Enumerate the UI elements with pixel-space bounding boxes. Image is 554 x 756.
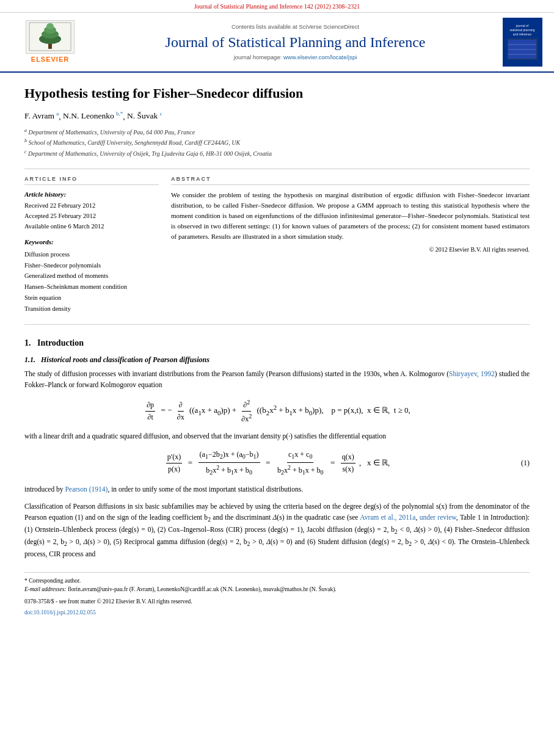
journal-thumb-area: journal of statistical planning and infe… xyxy=(498,18,547,67)
keyword-3: Generalized method of moments xyxy=(24,271,159,282)
body-text-after-eq1: with a linear drift and a quadratic squa… xyxy=(24,431,530,442)
author-3-sup: c xyxy=(160,111,162,117)
fokker-planck-equation: ∂p ∂t = − ∂ ∂x ((a1x + a0)p) + ∂2 ∂x2 ((… xyxy=(24,398,530,424)
article-history: Article history: Received 22 February 20… xyxy=(24,190,159,232)
emails-label-text: E-mail addresses: xyxy=(24,586,67,592)
equation-content-2: p′(x) p(x) = (a1−2b2)x + (a0−b1) b2x2 + … xyxy=(164,449,390,477)
body-para-1: The study of diffusion processes with in… xyxy=(24,369,530,391)
journal-header: ELSEVIER Contents lists available at Sci… xyxy=(0,13,554,73)
journal-title: Journal of Statistical Planning and Infe… xyxy=(93,34,498,51)
affiliation-b: b School of Mathematics, Cardiff Univers… xyxy=(24,137,530,148)
affiliation-a: a Department of Mathematics, University … xyxy=(24,127,530,137)
article-info-label: Article Info xyxy=(24,175,159,185)
subsection-1-1-title: 1.1. Historical roots and classification… xyxy=(24,355,530,365)
keyword-5: Stein equation xyxy=(24,293,159,303)
abstract-label: Abstract xyxy=(171,175,530,185)
article-title: Hypothesis testing for Fisher–Snedecor d… xyxy=(24,85,530,103)
c-frac: c1x + c0 b2x2 + b1x + b0 xyxy=(276,449,325,477)
journal-reference: Journal of Statistical Planning and Infe… xyxy=(194,3,360,10)
thumb-svg xyxy=(507,38,538,60)
elsevier-text: ELSEVIER xyxy=(31,55,69,64)
subsection-1-1-text: Historical roots and classification of P… xyxy=(41,355,210,364)
online-date: Available online 6 March 2012 xyxy=(24,222,159,232)
avram-link[interactable]: Avram et al., 2011a xyxy=(360,514,415,521)
copyright-line: © 2012 Elsevier B.V. All rights reserved… xyxy=(171,245,530,254)
keywords-title: Keywords: xyxy=(24,238,159,247)
section-1-title: Introduction xyxy=(37,338,84,347)
history-title: Article history: xyxy=(24,190,159,199)
article-info-col: Article Info Article history: Received 2… xyxy=(24,175,159,314)
body-para-2: Classification of Pearson diffusions in … xyxy=(24,501,530,560)
abstract-col: Abstract We consider the problem of test… xyxy=(171,175,530,314)
two-col-section: Article Info Article history: Received 2… xyxy=(24,175,530,314)
elsevier-logo: ELSEVIER xyxy=(7,20,93,64)
journal-homepage: journal homepage: www.elsevier.com/locat… xyxy=(93,53,498,61)
elsevier-tree-svg xyxy=(29,22,71,51)
equation-number-1: (1) xyxy=(521,458,530,468)
author-3: N. Šuvak c xyxy=(127,111,162,120)
corresponding-label: * Corresponding author. xyxy=(24,578,81,584)
author-2-sup: b,* xyxy=(116,111,123,117)
journal-header-center: Contents lists available at SciVerse Sci… xyxy=(93,23,498,61)
elsevier-logo-section: ELSEVIER xyxy=(7,20,93,64)
sciverse-line: Contents lists available at SciVerse Sci… xyxy=(93,23,498,31)
sciverse-prefix: Contents lists available at SciVerse Sci… xyxy=(231,23,359,30)
keyword-2: Fisher–Snedecor polynomials xyxy=(24,260,159,271)
partial2-x2: ∂2 ∂x2 xyxy=(240,398,253,424)
issn-text: 0378-3758/$ - see front matter © 2012 El… xyxy=(24,598,192,605)
section-1-number: 1. xyxy=(24,338,31,347)
a-frac: (a1−2b2)x + (a0−b1) b2x2 + b1x + b0 xyxy=(199,449,260,477)
thumb-line3: and inference xyxy=(507,32,538,37)
thumb-text: journal of statistical planning and infe… xyxy=(507,24,538,61)
invariant-density-equation: p′(x) p(x) = (a1−2b2)x + (a0−b1) b2x2 + … xyxy=(24,449,530,477)
svg-rect-8 xyxy=(508,40,536,59)
homepage-link[interactable]: www.elsevier.com/locate/jspi xyxy=(283,54,357,60)
footnote-corresponding: * Corresponding author. xyxy=(24,576,530,585)
footer-divider xyxy=(24,572,530,573)
keyword-1: Diffusion process xyxy=(24,249,159,260)
author-1: F. Avram a xyxy=(24,111,59,120)
divider-1 xyxy=(24,169,530,169)
elsevier-logo-box xyxy=(26,20,75,54)
top-bar: Journal of Statistical Planning and Infe… xyxy=(0,0,554,13)
keywords-section: Keywords: Diffusion process Fisher–Snede… xyxy=(24,238,159,314)
q-over-s: q(x) s(x) xyxy=(341,452,355,474)
partial-x: ∂ ∂x xyxy=(176,400,186,423)
doi-line: doi:10.1016/j.jspi.2012.02.055 xyxy=(24,609,530,617)
pprime-over-p: p′(x) p(x) xyxy=(166,452,183,474)
issn-line: 0378-3758/$ - see front matter © 2012 El… xyxy=(24,597,530,606)
partial-p-t: ∂p ∂t xyxy=(145,400,155,423)
keywords-list: Diffusion process Fisher–Snedecor polyno… xyxy=(24,249,159,314)
shiryayev-link[interactable]: Shiryayev, 1992 xyxy=(449,370,495,377)
keyword-4: Hansen–Scheinkman moment condition xyxy=(24,282,159,293)
thumb-line1: journal of xyxy=(507,24,538,28)
keyword-6: Transition density xyxy=(24,303,159,314)
author-1-sup: a xyxy=(56,111,59,117)
abstract-text: We consider the problem of testing the h… xyxy=(171,190,530,242)
main-content: Hypothesis testing for Fisher–Snedecor d… xyxy=(0,73,554,629)
author-2: N.N. Leonenko b,* xyxy=(63,111,123,120)
divider-2 xyxy=(24,324,530,325)
affiliation-c: c Department of Mathematics, University … xyxy=(24,148,530,159)
homepage-label: journal homepage: xyxy=(234,54,282,60)
footnote-emails: E-mail addresses: florin.avram@univ-pau.… xyxy=(24,585,530,594)
subsection-1-1-number: 1.1. xyxy=(24,355,35,364)
pearson-link[interactable]: Pearson (1914) xyxy=(65,485,108,493)
thumb-line2: statistical planning xyxy=(507,28,538,32)
svg-point-5 xyxy=(46,23,54,29)
received-date: Received 22 February 2012 xyxy=(24,201,159,211)
journal-thumbnail: journal of statistical planning and infe… xyxy=(503,18,542,67)
email-addresses: florin.avram@univ-pau.fr (F. Avram), Leo… xyxy=(68,586,337,592)
under-review-link[interactable]: under review xyxy=(420,514,456,521)
authors: F. Avram a, N.N. Leonenko b,*, N. Šuvak … xyxy=(24,110,530,122)
section-1-heading: 1. Introduction xyxy=(24,337,530,349)
body-text-after-eq2: introduced by Pearson (1914), in order t… xyxy=(24,484,530,495)
accepted-date: Accepted 25 February 2012 xyxy=(24,211,159,222)
equation-content-1: ∂p ∂t = − ∂ ∂x ((a1x + a0)p) + ∂2 ∂x2 ((… xyxy=(144,398,410,424)
affiliations: a Department of Mathematics, University … xyxy=(24,127,530,159)
emails-label: E-mail addresses: xyxy=(24,586,67,592)
doi-link[interactable]: doi:10.1016/j.jspi.2012.02.055 xyxy=(24,609,96,616)
